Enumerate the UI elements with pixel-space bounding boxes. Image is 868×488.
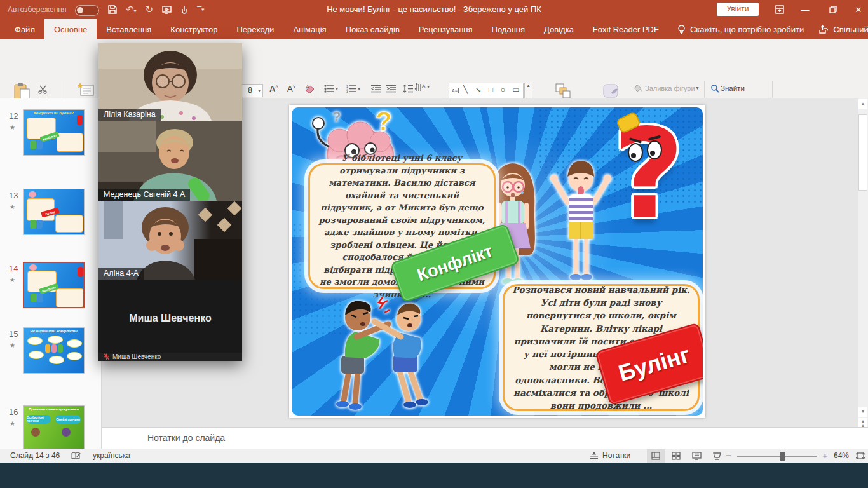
- minimize-button[interactable]: —: [796, 0, 815, 19]
- slide-sorter-icon: [672, 452, 681, 460]
- bullets-button[interactable]: ▾: [324, 85, 338, 93]
- restore-button[interactable]: [824, 0, 843, 19]
- taskbar: P Не мовчи! Булінг -... W булінг - Word …: [0, 463, 868, 488]
- bullet-list-icon: [324, 85, 334, 93]
- svg-text:?: ?: [376, 107, 392, 136]
- numbering-button[interactable]: 123▾: [346, 85, 360, 93]
- participant-video-1[interactable]: Лілія Казаріна: [98, 43, 242, 121]
- tab-foxit[interactable]: Foxit Reader PDF: [583, 19, 668, 39]
- slide-16-number: 16: [9, 407, 18, 417]
- clear-formatting-button[interactable]: A: [305, 84, 315, 95]
- slideshow-view-button[interactable]: [708, 449, 726, 463]
- teasing-boy-character-illustration: [546, 155, 616, 292]
- language-indicator[interactable]: українська: [93, 451, 130, 460]
- tell-me-box[interactable]: Скажіть, що потрібно зробити: [668, 19, 813, 39]
- scrollbar-thumb[interactable]: [858, 114, 867, 191]
- question-mark-character-illustration: ?: [613, 114, 703, 263]
- participant-video-3[interactable]: Аліна 4-А: [98, 201, 242, 280]
- save-icon[interactable]: [108, 5, 117, 14]
- zoom-self-name: Миша Шевченко: [112, 353, 161, 360]
- close-button[interactable]: ✕: [849, 0, 868, 19]
- zoom-call-window[interactable]: Лілія Казаріна Меденець Євгеній 4 А: [98, 43, 242, 361]
- spellcheck-icon[interactable]: [71, 452, 81, 461]
- participant-video-4[interactable]: Миша Шевченко: [98, 280, 242, 353]
- svg-text:3: 3: [346, 90, 348, 93]
- increase-indent-button[interactable]: [386, 85, 396, 94]
- redo-icon[interactable]: ↻: [146, 4, 154, 15]
- slide-canvas[interactable]: ? ? ?: [289, 105, 705, 418]
- text-direction-button[interactable]: A▾: [416, 83, 430, 92]
- reading-view-button[interactable]: [688, 449, 705, 463]
- slide-indicator: Слайд 14 з 46: [10, 451, 60, 460]
- arrange-icon: [555, 83, 571, 99]
- notes-toggle[interactable]: Нотатки: [590, 451, 630, 460]
- fit-slide-icon: [856, 452, 865, 460]
- tab-animations[interactable]: Анімація: [283, 19, 336, 39]
- slide-14-thumbnail[interactable]: Конфлікт: [23, 262, 85, 308]
- slide-15-thumbnail[interactable]: Як вирішити конфлікти: [23, 327, 85, 374]
- title-bar: Автозбереження ↶▾ ↻ ▔▾ Не мовчи! Булінг …: [0, 0, 868, 19]
- line-spacing-button[interactable]: ▾: [403, 85, 417, 93]
- decrease-font-button[interactable]: A˅: [287, 84, 295, 93]
- slide-12-animation-star: ★: [10, 124, 15, 131]
- find-icon: [710, 84, 719, 93]
- tab-view[interactable]: Подання: [482, 19, 535, 39]
- zoom-out-button[interactable]: −: [726, 450, 731, 461]
- normal-view-icon: [651, 452, 660, 460]
- customize-qat-icon[interactable]: ▔▾: [197, 6, 204, 13]
- touch-mode-icon[interactable]: [180, 5, 188, 14]
- lightbulb-icon: [677, 25, 686, 34]
- screen: Автозбереження ↶▾ ↻ ▔▾ Не мовчи! Булінг …: [0, 0, 868, 488]
- slide-15-number: 15: [9, 329, 18, 339]
- participant-video-2[interactable]: Меденець Євгеній 4 А: [98, 121, 242, 201]
- slide-16-thumbnail[interactable]: Причини появи цькування Особистісні прич…: [23, 405, 85, 449]
- zoom-level[interactable]: 64%: [834, 451, 849, 460]
- slide-thumbnail-panel: 12 ★ Конфлікт чи булінг? Конфлікт 13 ★ Б…: [0, 98, 102, 449]
- tab-review[interactable]: Рецензування: [409, 19, 482, 39]
- textbox-shape-icon: A≡: [451, 88, 459, 93]
- reading-view-icon: [692, 452, 702, 460]
- slide-12-thumbnail[interactable]: Конфлікт чи булінг? Конфлікт: [23, 109, 85, 156]
- find-button[interactable]: Знайти: [710, 84, 745, 93]
- slide-14-number: 14: [9, 264, 18, 273]
- slide-13-thumbnail[interactable]: Булінг: [23, 189, 85, 235]
- zoom-in-button[interactable]: +: [822, 450, 828, 461]
- zoom-slider-thumb[interactable]: [780, 452, 785, 461]
- tab-slideshow[interactable]: Показ слайдів: [336, 19, 409, 39]
- increase-font-button[interactable]: A˄: [269, 84, 278, 94]
- text-direction-icon: A: [416, 83, 426, 92]
- tab-home[interactable]: Основне: [44, 19, 97, 39]
- autosave-toggle[interactable]: [75, 5, 99, 16]
- undo-icon[interactable]: ↶▾: [126, 4, 137, 15]
- share-button[interactable]: Спільний доступ: [813, 25, 868, 34]
- participant-2-name: Меденець Євгеній 4 А: [98, 189, 190, 201]
- tab-transitions[interactable]: Переходи: [227, 19, 283, 39]
- tab-insert[interactable]: Вставлення: [97, 19, 161, 39]
- fit-to-window-button[interactable]: [851, 449, 868, 463]
- normal-view-button[interactable]: [647, 449, 665, 463]
- ribbon-tab-bar: Файл Основне Вставлення Конструктор Пере…: [0, 19, 868, 39]
- slide-artwork: ? ? ?: [292, 107, 703, 416]
- decrease-indent-button[interactable]: [371, 85, 381, 94]
- slideshow-icon: [712, 452, 722, 460]
- window-title: Не мовчи! Булінг - це насильство! - Збер…: [210, 4, 658, 14]
- sign-in-button[interactable]: Увійти: [717, 3, 759, 16]
- scroll-down-button[interactable]: ▼: [858, 407, 867, 417]
- line-spacing-icon: [403, 85, 413, 93]
- svg-text:A: A: [422, 83, 426, 89]
- cut-button[interactable]: [38, 85, 48, 94]
- zoom-slider-track[interactable]: [737, 456, 817, 457]
- start-presentation-icon[interactable]: [162, 6, 172, 14]
- ribbon-display-options-icon[interactable]: [770, 0, 789, 19]
- notes-placeholder[interactable]: Нотатки до слайда: [147, 433, 225, 443]
- font-size-dropdown[interactable]: ▾: [258, 88, 261, 93]
- shape-fill-icon: [634, 84, 644, 92]
- scroll-up-button[interactable]: ▲: [858, 99, 867, 109]
- notes-icon: [590, 452, 599, 459]
- slide-sorter-view-button[interactable]: [667, 449, 685, 463]
- tab-help[interactable]: Довідка: [534, 19, 583, 39]
- tab-design[interactable]: Конструктор: [161, 19, 227, 39]
- slide-12-number: 12: [9, 111, 18, 121]
- tab-file[interactable]: Файл: [5, 19, 44, 39]
- shape-fill-button[interactable]: Заливка фігури▾: [634, 84, 699, 92]
